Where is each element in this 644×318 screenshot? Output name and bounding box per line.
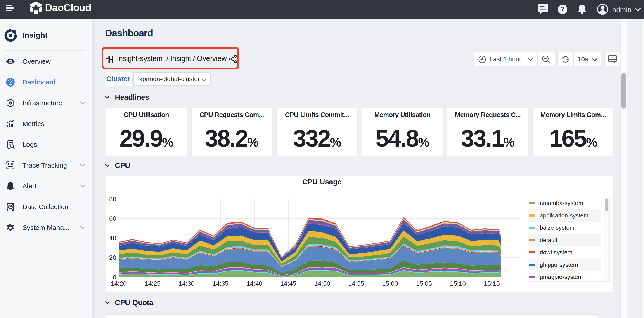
svg-text:?: ? xyxy=(560,5,565,13)
